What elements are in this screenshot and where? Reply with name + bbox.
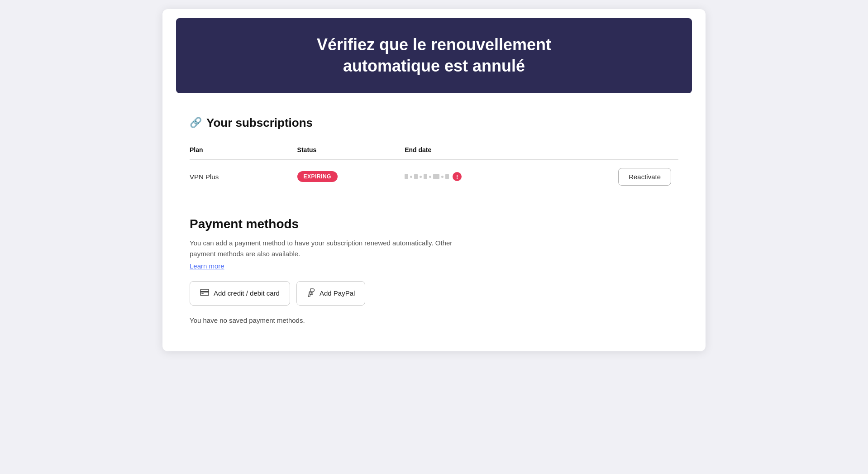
date-dot-3 [429,176,431,178]
add-paypal-label: Add PayPal [320,289,355,297]
banner-title: Vérifiez que le renouvellement automatiq… [194,34,674,77]
date-redacted [405,174,449,179]
svg-rect-2 [201,293,204,294]
banner-title-line1: Vérifiez que le renouvellement [317,35,551,54]
end-date-cell: ! [405,159,600,194]
no-payment-text: You have no saved payment methods. [190,316,678,324]
table-row: VPN Plus EXPIRING [190,159,678,194]
date-block-2 [414,174,418,179]
learn-more-link[interactable]: Learn more [190,262,224,270]
date-dot-1 [410,176,412,178]
reactivate-button[interactable]: Reactivate [618,168,671,186]
date-block-4 [433,174,439,179]
plan-name: VPN Plus [190,159,297,194]
banner-title-line2: automatique est annulé [343,57,525,75]
payment-buttons-container: Add credit / debit card Add PayPal [190,281,678,306]
add-credit-card-label: Add credit / debit card [214,289,280,297]
add-credit-card-button[interactable]: Add credit / debit card [190,281,290,306]
status-cell: EXPIRING [297,159,405,194]
payment-methods-description: You can add a payment method to have you… [190,238,470,259]
payment-methods-title: Payment methods [190,217,678,231]
date-block-5 [445,174,449,179]
credit-card-icon [200,289,209,298]
date-dot-2 [420,176,422,178]
page-wrapper: Vérifiez que le renouvellement automatiq… [162,9,706,351]
subscriptions-header: 🔗 Your subscriptions [190,116,678,130]
status-badge: EXPIRING [297,171,338,182]
col-header-status: Status [297,141,405,159]
col-header-plan: Plan [190,141,297,159]
table-header-row: Plan Status End date [190,141,678,159]
svg-rect-1 [200,291,209,292]
main-content: 🔗 Your subscriptions Plan Status End dat… [162,102,706,351]
add-paypal-button[interactable]: Add PayPal [296,281,365,306]
date-block-1 [405,174,408,179]
date-dot-4 [441,176,444,178]
paypal-icon [307,288,315,299]
action-cell: Reactivate [600,159,678,194]
banner: Vérifiez que le renouvellement automatiq… [176,18,692,93]
payment-methods-section: Payment methods You can add a payment me… [190,217,678,324]
warning-icon: ! [453,172,462,181]
subscriptions-title: Your subscriptions [206,116,313,130]
col-header-enddate: End date [405,141,600,159]
end-date-content: ! [405,172,593,181]
col-header-action [600,141,678,159]
date-block-3 [424,174,427,179]
link-icon: 🔗 [190,117,202,129]
subscriptions-table: Plan Status End date VPN Plus EXPIRING [190,141,678,194]
